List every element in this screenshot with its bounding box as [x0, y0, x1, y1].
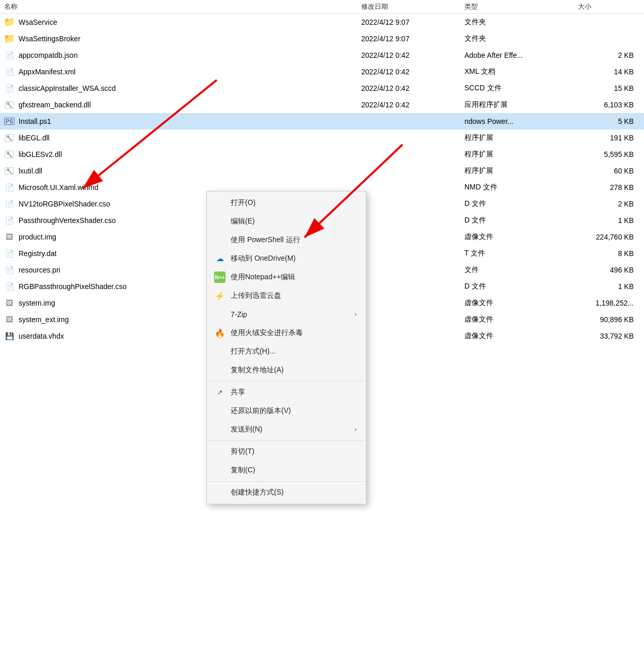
context-menu-item-edit[interactable]: 编辑(E): [207, 212, 366, 231]
file-size: 5,595 KB: [578, 150, 640, 158]
file-name: Microsoft.UI.Xaml.winmd: [19, 183, 99, 192]
ctx-item-label: 打开方式(H)...: [231, 347, 357, 356]
ctx-item-label: 复制(C): [231, 466, 357, 475]
context-menu-item-sendto[interactable]: 发送到(N)›: [207, 420, 366, 439]
col-header-date[interactable]: 修改日期: [361, 2, 464, 11]
context-menu-item-onedrive[interactable]: ☁移动到 OneDrive(M): [207, 249, 366, 268]
file-type: 虚像文件: [464, 298, 578, 308]
ctx-item-label: 剪切(T): [231, 447, 357, 456]
table-row[interactable]: 🔧 gfxstream_backend.dll 2022/4/12 0:42 应…: [0, 97, 644, 113]
file-size: 8 KB: [578, 249, 640, 258]
file-name-cell: PS Install.ps1: [4, 116, 361, 126]
file-size: 1 KB: [578, 216, 640, 225]
file-icon: 🔧: [4, 133, 14, 143]
context-menu: 打开(O)编辑(E)使用 PowerShell 运行☁移动到 OneDrive(…: [206, 191, 366, 504]
file-type: D 文件: [464, 282, 578, 291]
file-size: 1,198,252...: [578, 299, 640, 307]
col-header-type[interactable]: 类型: [464, 2, 578, 11]
file-type: NMD 文件: [464, 183, 578, 192]
onedrive-icon: ☁: [214, 253, 226, 264]
ctx-icon: [214, 364, 226, 376]
table-row[interactable]: 📄 appcompatdb.json 2022/4/12 0:42 Adobe …: [0, 47, 644, 63]
file-size: 278 KB: [578, 183, 640, 192]
notepadpp-icon: N++: [214, 272, 226, 283]
file-type: ndows Power...: [464, 117, 578, 125]
table-row[interactable]: 🔧 libEGL.dll 程序扩展 191 KB: [0, 130, 644, 146]
file-size: 14 KB: [578, 68, 640, 76]
file-type: Adobe After Effe...: [464, 51, 578, 59]
file-type: D 文件: [464, 199, 578, 209]
file-name: appcompatdb.json: [19, 51, 77, 59]
file-type: 文件夹: [464, 34, 578, 43]
ctx-icon: [214, 309, 226, 320]
context-menu-item-restore[interactable]: 还原以前的版本(V): [207, 402, 366, 420]
file-type: 程序扩展: [464, 166, 578, 176]
ctx-item-label: 打开(O): [231, 198, 357, 208]
ctx-item-label: 发送到(N): [231, 425, 349, 434]
context-menu-item-share[interactable]: ↗共享: [207, 383, 366, 402]
file-icon: 📄: [4, 281, 14, 292]
file-name: gfxstream_backend.dll: [19, 101, 91, 109]
table-row[interactable]: 📄 classicAppInstaller_WSA.sccd 2022/4/12…: [0, 80, 644, 97]
context-menu-item-copypath[interactable]: 复制文件地址(A): [207, 361, 366, 379]
file-date: 2022/4/12 0:42: [361, 101, 464, 109]
context-menu-item-cut[interactable]: 剪切(T): [207, 442, 366, 461]
table-row[interactable]: 🔧 lxutil.dll 程序扩展 60 KB: [0, 163, 644, 179]
context-menu-item-xunlei[interactable]: ⚡上传到迅雷云盘: [207, 286, 366, 305]
col-header-size[interactable]: 大小: [578, 2, 640, 11]
ctx-icon: [214, 446, 226, 457]
file-size: 496 KB: [578, 266, 640, 274]
context-menu-item-7zip[interactable]: 7-Zip›: [207, 305, 366, 324]
table-row[interactable]: 📁 WsaSettingsBroker 2022/4/12 9:07 文件夹: [0, 30, 644, 47]
file-icon: 📄: [4, 50, 14, 60]
file-icon: 📄: [4, 215, 14, 226]
table-row[interactable]: 🔧 libGLESv2.dll 程序扩展 5,595 KB: [0, 146, 644, 163]
file-type: T 文件: [464, 249, 578, 258]
submenu-arrow: ›: [355, 311, 357, 318]
file-type: 虚像文件: [464, 315, 578, 324]
file-date: 2022/4/12 0:42: [361, 51, 464, 59]
context-menu-item-notepadpp[interactable]: N++使用Notepad++编辑: [207, 268, 366, 286]
file-icon: 📄: [4, 67, 14, 77]
ctx-icon: [214, 405, 226, 417]
context-menu-item-copy[interactable]: 复制(C): [207, 461, 366, 480]
ctx-item-label: 7-Zip: [231, 310, 349, 318]
file-date: 2022/4/12 9:07: [361, 35, 464, 43]
file-icon: PS: [4, 116, 14, 126]
context-menu-item-shortcut[interactable]: 创建快捷方式(S): [207, 483, 366, 502]
file-icon: 📁: [4, 17, 14, 27]
file-icon: 🖼: [4, 314, 14, 325]
context-menu-divider: [207, 440, 366, 441]
table-row[interactable]: 📁 WsaService 2022/4/12 9:07 文件夹: [0, 14, 644, 30]
file-name: Registry.dat: [19, 249, 57, 258]
file-size: 5 KB: [578, 117, 640, 125]
context-menu-item-openwith[interactable]: 打开方式(H)...: [207, 342, 366, 361]
ctx-item-label: 使用 PowerShell 运行: [231, 235, 357, 245]
file-type: 应用程序扩展: [464, 100, 578, 109]
table-row[interactable]: PS Install.ps1 ndows Power... 5 KB: [0, 113, 644, 130]
file-name: system_ext.img: [19, 315, 69, 324]
file-size: 224,760 KB: [578, 233, 640, 241]
file-name: classicAppInstaller_WSA.sccd: [19, 84, 116, 92]
file-type: 虚像文件: [464, 331, 578, 341]
context-menu-item-huorong[interactable]: 🔥使用火绒安全进行杀毒: [207, 324, 366, 342]
file-name: libEGL.dll: [19, 134, 50, 142]
context-menu-item-run-ps[interactable]: 使用 PowerShell 运行: [207, 231, 366, 249]
ctx-icon: [214, 424, 226, 435]
col-header-name[interactable]: 名称: [4, 2, 361, 11]
file-name-cell: 🔧 lxutil.dll: [4, 166, 361, 176]
file-icon: 📄: [4, 199, 14, 209]
context-menu-divider: [207, 381, 366, 381]
context-menu-item-open[interactable]: 打开(O): [207, 194, 366, 212]
file-name-cell: 📁 WsaService: [4, 17, 361, 27]
table-row[interactable]: 📄 AppxManifest.xml 2022/4/12 0:42 XML 文档…: [0, 63, 644, 80]
file-size: 191 KB: [578, 134, 640, 142]
context-menu-divider: [207, 481, 366, 482]
ctx-item-label: 移动到 OneDrive(M): [231, 254, 357, 263]
ctx-item-label: 使用Notepad++编辑: [231, 273, 357, 282]
ctx-icon: [214, 465, 226, 476]
file-list-header: 名称 修改日期 类型 大小: [0, 0, 644, 14]
file-icon: 🔧: [4, 100, 14, 110]
submenu-arrow: ›: [355, 426, 357, 433]
file-size: 33,792 KB: [578, 332, 640, 340]
